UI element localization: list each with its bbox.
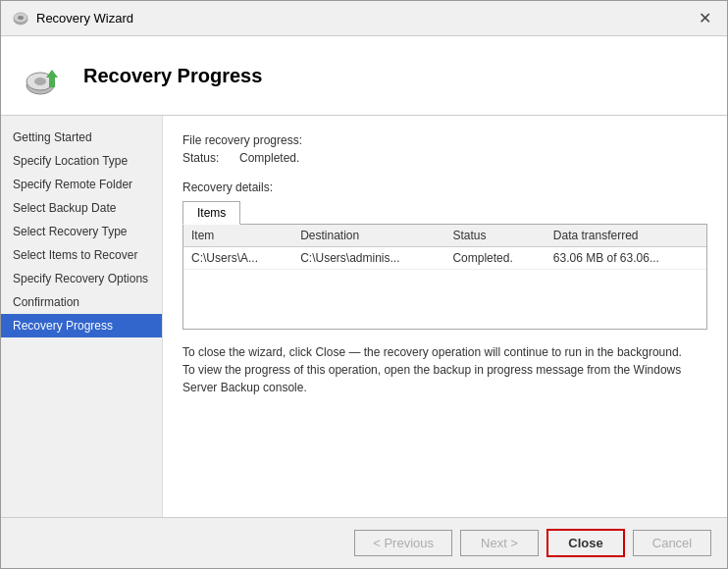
- sidebar-item-select-backup-date[interactable]: Select Backup Date: [1, 196, 162, 220]
- col-status: Status: [444, 225, 545, 247]
- sidebar: Getting StartedSpecify Location TypeSpec…: [1, 116, 163, 517]
- header-icon: [21, 52, 68, 99]
- table-header-row: Item Destination Status Data transferred: [183, 225, 706, 247]
- sidebar-item-specify-location-type[interactable]: Specify Location Type: [1, 149, 162, 173]
- sidebar-item-recovery-progress[interactable]: Recovery Progress: [1, 314, 162, 337]
- title-bar: Recovery Wizard ✕: [1, 1, 727, 36]
- progress-label: File recovery progress:: [182, 133, 707, 147]
- svg-point-5: [34, 78, 46, 85]
- sidebar-item-select-recovery-type[interactable]: Select Recovery Type: [1, 220, 162, 243]
- recovery-table: Item Destination Status Data transferred…: [183, 225, 706, 270]
- table-empty-space: [183, 270, 706, 329]
- info-line2: To view the progress of this operation, …: [182, 363, 681, 377]
- page-title: Recovery Progress: [83, 65, 262, 87]
- main-content: Getting StartedSpecify Location TypeSpec…: [1, 116, 727, 517]
- tab-items[interactable]: Items: [182, 201, 240, 225]
- dialog-title: Recovery Wizard: [36, 11, 133, 26]
- cell-item: C:\Users\A...: [183, 247, 292, 270]
- sidebar-item-confirmation[interactable]: Confirmation: [1, 290, 162, 314]
- recovery-details-label: Recovery details:: [182, 181, 707, 194]
- cell-destination: C:\Users\adminis...: [292, 247, 444, 270]
- cell-data_transferred: 63.06 MB of 63.06...: [546, 247, 706, 270]
- table-container: Item Destination Status Data transferred…: [182, 225, 707, 330]
- title-bar-left: Recovery Wizard: [13, 11, 133, 26]
- cell-status: Completed.: [444, 247, 545, 270]
- disk-icon: [13, 11, 28, 26]
- previous-button[interactable]: < Previous: [354, 530, 452, 556]
- status-row: Status: Completed.: [182, 151, 707, 165]
- info-text: To close the wizard, click Close — the r…: [182, 343, 707, 396]
- sidebar-item-select-items-to-recover[interactable]: Select Items to Recover: [1, 243, 162, 267]
- col-data-transferred: Data transferred: [546, 225, 706, 247]
- svg-point-2: [18, 16, 24, 20]
- status-value: Completed.: [239, 151, 299, 165]
- header-area: Recovery Progress: [1, 36, 727, 116]
- sidebar-item-specify-recovery-options[interactable]: Specify Recovery Options: [1, 267, 162, 290]
- sidebar-item-specify-remote-folder[interactable]: Specify Remote Folder: [1, 173, 162, 196]
- info-line1: To close the wizard, click Close — the r…: [182, 345, 682, 359]
- status-label: Status:: [182, 151, 232, 165]
- col-item: Item: [183, 225, 292, 247]
- col-destination: Destination: [292, 225, 444, 247]
- close-button[interactable]: Close: [546, 529, 625, 557]
- close-window-button[interactable]: ✕: [695, 11, 715, 26]
- sidebar-item-getting-started[interactable]: Getting Started: [1, 126, 162, 149]
- table-row: C:\Users\A...C:\Users\adminis...Complete…: [183, 247, 706, 270]
- tabs-bar: Items: [182, 200, 707, 225]
- info-line3: Server Backup console.: [182, 381, 307, 394]
- content-area: File recovery progress: Status: Complete…: [163, 116, 727, 517]
- recovery-wizard-dialog: Recovery Wizard ✕ Recovery Progress Gett…: [0, 0, 728, 569]
- cancel-button[interactable]: Cancel: [633, 530, 711, 556]
- recovery-icon: [21, 52, 68, 99]
- footer: < Previous Next > Close Cancel: [1, 517, 727, 568]
- next-button[interactable]: Next >: [460, 530, 539, 556]
